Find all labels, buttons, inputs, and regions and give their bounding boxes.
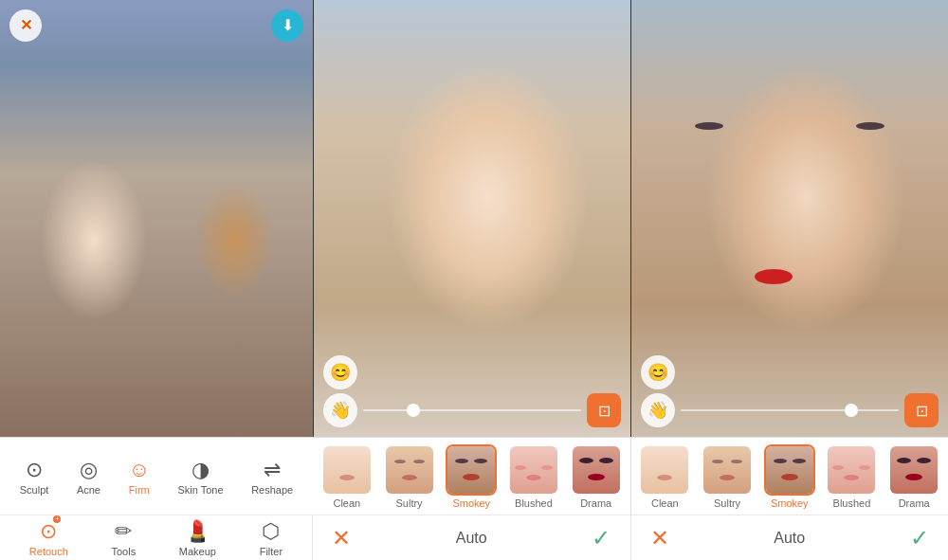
eye-shadow-left [695, 122, 723, 130]
intensity-slider-middle[interactable] [363, 409, 581, 411]
style-thumb-clean-right[interactable] [639, 444, 690, 496]
style-thumb-clean-mid[interactable] [321, 444, 373, 496]
eye-smokey-l [455, 459, 468, 463]
style-thumb-sultry-mid[interactable] [384, 444, 435, 496]
sculpt-tools-area: ⊙ Sculpt ◎ Acne ☺ Firm ◑ Skin Tone ⇌ R [0, 438, 313, 515]
sculpt-tool[interactable]: ⊙ Sculpt [20, 458, 49, 496]
eye-smokey-rr [793, 459, 806, 463]
tools-label: Tools [111, 546, 136, 557]
eye-smokey-r [474, 459, 487, 463]
style-drama-mid[interactable]: Drama [566, 444, 627, 509]
style-blushed-mid[interactable]: Blushed [503, 444, 564, 509]
middle-panel-controls: 😊 [314, 355, 630, 389]
drama-face-right [890, 446, 938, 494]
drama-label-right: Drama [899, 497, 930, 509]
clean-face-right [641, 446, 688, 494]
cancel-button-mid[interactable]: ✕ [332, 525, 351, 551]
right-slider-row: 👋 ⊡ [631, 393, 948, 427]
style-clean-mid[interactable]: Clean [317, 444, 377, 509]
eye-drama-rl [897, 458, 911, 463]
slider-thumb-middle[interactable] [407, 404, 420, 417]
eye-sultry-rl [712, 460, 723, 463]
tools-icon: ✏ [115, 519, 132, 544]
confirm-button-mid[interactable]: ✓ [592, 525, 611, 551]
right-photo: 😊 👋 ⊡ [631, 0, 948, 437]
style-sultry-right[interactable]: Sultry [697, 444, 757, 509]
style-thumb-blushed-right[interactable] [826, 444, 877, 496]
style-thumb-smokey-right[interactable] [764, 444, 815, 496]
main-nav-tools: ⊙ + Retouch ✏ Tools 💄 Makeup ⬡ Filter [0, 515, 313, 560]
clean-label-right: Clean [651, 497, 679, 509]
eye-sultry-l [394, 460, 406, 463]
acne-icon: ◎ [80, 458, 98, 482]
eye-sultry-r [413, 460, 425, 463]
smokey-face-right [766, 446, 813, 494]
cancel-button-right[interactable]: ✕ [650, 525, 669, 551]
slider-thumb-right[interactable] [845, 404, 858, 417]
style-blushed-right[interactable]: Blushed [822, 444, 883, 509]
retouch-badge: + [53, 515, 61, 523]
crop-button-middle[interactable]: ⊡ [587, 393, 621, 427]
eye-drama-rr [917, 458, 931, 463]
makeup-icon: 💄 [185, 519, 210, 544]
crop-button-right[interactable]: ⊡ [904, 393, 939, 427]
sculpt-icon: ⊙ [26, 458, 43, 482]
download-icon: ⬇ [282, 18, 294, 33]
retouch-label: Retouch [29, 546, 68, 557]
blushed-label-right: Blushed [833, 497, 871, 509]
face-selector-right[interactable]: 😊 [641, 355, 675, 389]
firm-tool[interactable]: ☺ Firm [128, 458, 149, 496]
middle-photo-panel: 😊 👋 ⊡ [313, 0, 630, 437]
style-thumb-drama-right[interactable] [888, 444, 939, 496]
hand-tool-right[interactable]: 👋 [641, 393, 675, 427]
retouch-nav[interactable]: ⊙ + Retouch [29, 519, 68, 557]
close-button[interactable]: ✕ [9, 9, 42, 42]
filter-label: Filter [260, 546, 283, 557]
reshape-tool[interactable]: ⇌ Reshape [251, 458, 293, 496]
face-selector-middle[interactable]: 😊 [323, 355, 357, 389]
retouch-icon: ⊙ + [40, 519, 57, 544]
style-drama-right[interactable]: Drama [884, 444, 944, 509]
right-style-section: Clean Sultry [630, 438, 949, 515]
hand-tool-middle[interactable]: 👋 [323, 393, 357, 427]
lips-sultry-r [720, 475, 735, 480]
clean-face-mid [323, 446, 371, 494]
style-clean-right[interactable]: Clean [635, 444, 696, 509]
sultry-face-mid [386, 446, 433, 494]
lips-sultry [402, 475, 417, 480]
confirm-button-right[interactable]: ✓ [910, 525, 929, 551]
style-thumb-drama-mid[interactable] [571, 444, 622, 496]
style-thumb-smokey-mid[interactable] [446, 444, 497, 496]
style-strip: ⊙ Sculpt ◎ Acne ☺ Firm ◑ Skin Tone ⇌ R [0, 437, 948, 515]
middle-photo: 😊 👋 ⊡ [314, 0, 630, 437]
firm-icon: ☺ [128, 458, 149, 482]
filter-nav[interactable]: ⬡ Filter [260, 519, 283, 557]
blush-l [515, 465, 526, 470]
original-photo: ✕ ⬇ [0, 0, 313, 437]
lips-smokey [463, 474, 480, 480]
blush-rl [832, 465, 844, 470]
auto-label-right: Auto [774, 530, 805, 547]
style-thumb-blushed-mid[interactable] [508, 444, 559, 496]
style-sultry-mid[interactable]: Sultry [379, 444, 440, 509]
style-thumb-sultry-right[interactable] [702, 444, 753, 496]
sultry-label-right: Sultry [714, 497, 740, 509]
skintone-tool[interactable]: ◑ Skin Tone [177, 458, 223, 496]
acne-tool[interactable]: ◎ Acne [77, 458, 100, 496]
style-smokey-right[interactable]: Smokey [759, 444, 820, 509]
drama-label-mid: Drama [580, 497, 611, 509]
makeup-nav[interactable]: 💄 Makeup [179, 519, 216, 557]
eye-sultry-rr [731, 460, 742, 463]
intensity-slider-right[interactable] [681, 409, 899, 411]
lips-blushed [526, 475, 541, 480]
clean-label-mid: Clean [333, 497, 360, 509]
right-panel-action: ✕ Auto ✓ [631, 515, 949, 560]
tools-nav[interactable]: ✏ Tools [111, 519, 136, 557]
bottom-area: ⊙ Sculpt ◎ Acne ☺ Firm ◑ Skin Tone ⇌ R [0, 437, 948, 560]
smokey-face-mid [447, 446, 495, 494]
face-selector-icon-right: 😊 [647, 362, 668, 383]
main-photo-area: ✕ ⬇ 😊 👋 ⊡ [0, 0, 948, 437]
download-button[interactable]: ⬇ [271, 9, 303, 42]
style-smokey-mid[interactable]: Smokey [441, 444, 501, 509]
middle-style-section: Clean Sultry [313, 438, 630, 515]
